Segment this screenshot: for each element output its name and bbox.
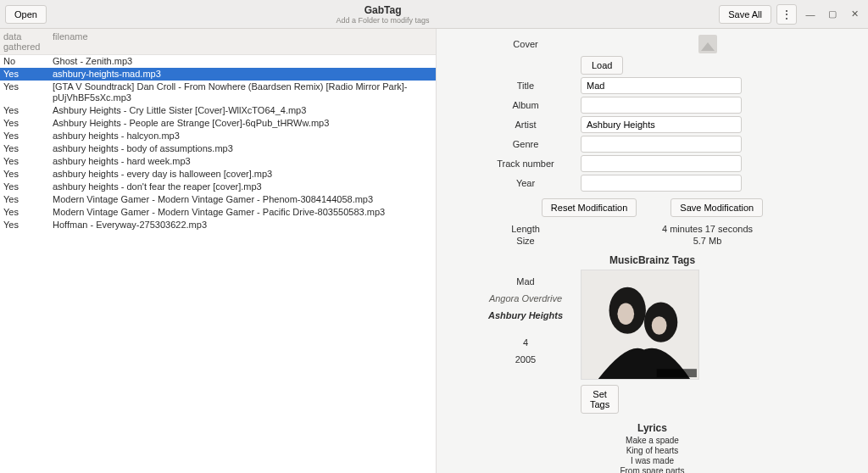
cell-filename: [GTA V Soundtrack] Dan Croll - From Nowh… [53,81,432,103]
table-row[interactable]: YesModern Vintage Gamer - Modern Vintage… [0,193,436,206]
cell-gathered: Yes [3,156,53,167]
table-body: NoGhost - Zenith.mp3Yesashbury-heights-m… [0,55,436,473]
open-button[interactable]: Open [5,5,47,24]
table-row[interactable]: YesHoffman - Everyway-275303622.mp3 [0,219,436,231]
minimize-button[interactable]: — [802,6,819,23]
title-input[interactable] [581,77,742,94]
table-header: data gathered filename [0,29,436,55]
table-row[interactable]: YesAshbury Heights - People are Strange … [0,117,436,130]
cell-gathered: No [3,56,53,67]
cell-filename: Modern Vintage Gamer - Modern Vintage Ga… [53,207,432,218]
cell-gathered: Yes [3,81,53,103]
cell-filename: Ashbury Heights - Cry Little Sister [Cov… [53,105,432,116]
cell-gathered: Yes [3,118,53,129]
set-tags-button[interactable]: Set Tags [581,385,619,414]
musicbrainz-cover-image [581,270,699,380]
reset-modification-button[interactable]: Reset Modification [542,198,637,217]
cell-filename: Hoffman - Everyway-275303622.mp3 [53,220,432,231]
cell-filename: ashbury heights - halcyon.mp3 [53,131,432,142]
cell-filename: ashbury heights - body of assumptions.mp… [53,143,432,154]
column-header-gathered[interactable]: data gathered [3,31,53,52]
musicbrainz-heading: MusicBrainz Tags [470,254,834,266]
mb-year: 2005 [470,354,581,364]
cover-placeholder-icon [698,35,717,53]
app-title: GabTag [52,4,714,16]
cell-gathered: Yes [3,69,53,80]
table-row[interactable]: Yes[GTA V Soundtrack] Dan Croll - From N… [0,81,436,104]
year-input[interactable] [581,175,742,192]
table-row[interactable]: Yesashbury-heights-mad.mp3 [0,68,436,81]
cell-filename: Ghost - Zenith.mp3 [53,56,432,67]
title-wrap: GabTag Add a Folder to modify tags [52,4,714,25]
file-list-panel: data gathered filename NoGhost - Zenith.… [0,29,437,473]
lyrics-section: Lyrics Make a spade King of hearts I was… [470,422,834,473]
cell-filename: ashbury-heights-mad.mp3 [53,69,432,80]
save-all-button[interactable]: Save All [719,5,771,24]
table-row[interactable]: NoGhost - Zenith.mp3 [0,55,436,68]
genre-input[interactable] [581,136,742,153]
titlebar: Open GabTag Add a Folder to modify tags … [0,0,868,29]
length-value: 4 minutes 17 seconds [581,224,834,234]
mb-track: 4 [470,337,581,348]
table-row[interactable]: Yesashbury heights - every day is hallow… [0,168,436,181]
save-modification-button[interactable]: Save Modification [670,198,763,217]
kebab-icon [781,8,793,21]
year-label: Year [470,178,581,188]
album-input[interactable] [581,97,742,114]
column-header-filename[interactable]: filename [53,31,432,52]
mb-album: Angora Overdrive [470,293,581,303]
length-label: Length [470,224,581,234]
album-label: Album [470,100,581,110]
svg-point-4 [652,316,667,335]
title-label: Title [470,81,581,91]
app-subtitle: Add a Folder to modify tags [52,16,714,25]
hamburger-menu-button[interactable] [776,4,797,25]
cell-gathered: Yes [3,105,53,116]
size-value: 5.7 Mb [581,236,834,246]
maximize-button[interactable]: ▢ [824,6,841,23]
svg-rect-5 [657,369,697,377]
cell-gathered: Yes [3,181,53,192]
cell-filename: ashbury heights - don't fear the reaper … [53,181,432,192]
track-label: Track number [470,159,581,169]
genre-label: Genre [470,139,581,149]
table-row[interactable]: Yesashbury heights - don't fear the reap… [0,181,436,193]
mb-artist: Ashbury Heights [470,310,581,320]
lyrics-body: Make a spade King of hearts I was made F… [470,436,834,473]
cell-filename: ashbury heights - every day is halloween… [53,169,432,180]
lyrics-heading: Lyrics [470,422,834,434]
cell-filename: ashbury heights - hard week.mp3 [53,156,432,167]
cover-label: Cover [470,39,581,49]
table-row[interactable]: YesModern Vintage Gamer - Modern Vintage… [0,206,436,219]
cell-gathered: Yes [3,220,53,231]
table-row[interactable]: Yesashbury heights - body of assumptions… [0,142,436,155]
artist-input[interactable] [581,116,742,133]
track-input[interactable] [581,155,742,172]
details-panel: Cover Load Title Album Artist Genre Trac… [437,29,868,473]
cell-filename: Modern Vintage Gamer - Modern Vintage Ga… [53,194,432,205]
table-row[interactable]: Yesashbury heights - hard week.mp3 [0,155,436,168]
cell-gathered: Yes [3,131,53,142]
cell-gathered: Yes [3,169,53,180]
load-cover-button[interactable]: Load [581,56,623,75]
table-row[interactable]: YesAshbury Heights - Cry Little Sister [… [0,104,436,117]
cell-gathered: Yes [3,194,53,205]
cell-gathered: Yes [3,207,53,218]
cell-filename: Ashbury Heights - People are Strange [Co… [53,118,432,129]
mb-title: Mad [470,276,581,287]
musicbrainz-tags: Mad Angora Overdrive Ashbury Heights 4 2… [470,270,581,371]
cell-gathered: Yes [3,143,53,154]
table-row[interactable]: Yesashbury heights - halcyon.mp3 [0,130,436,142]
artist-label: Artist [470,120,581,130]
close-button[interactable]: ✕ [846,6,863,23]
svg-point-3 [617,303,634,325]
size-label: Size [470,236,581,246]
